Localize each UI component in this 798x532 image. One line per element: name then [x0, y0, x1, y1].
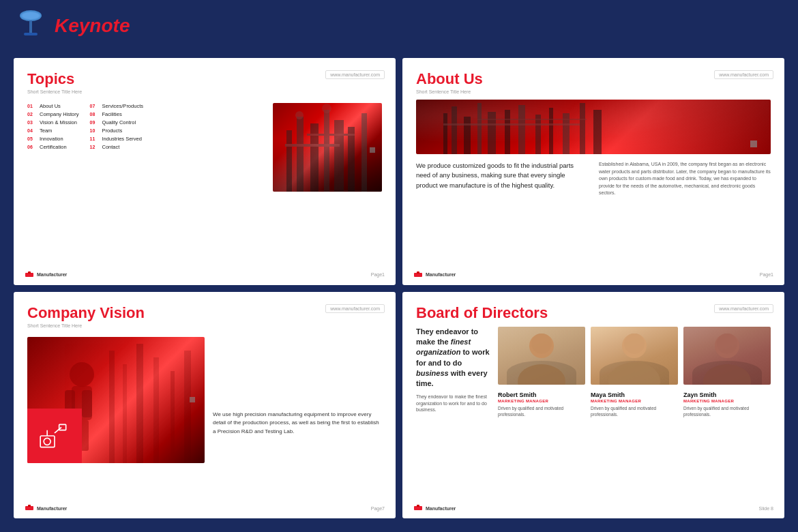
slide1-url: www.manufacturer.com	[325, 70, 385, 79]
svg-rect-34	[417, 271, 419, 274]
keynote-logo-icon	[14, 9, 48, 43]
bod-highlight1: finest organization	[416, 338, 471, 356]
bod-desc-3: Driven by qualified and motivated profes…	[683, 405, 771, 417]
svg-point-54	[529, 334, 554, 358]
slide-topics: Topics Short Sentence Title Here www.man…	[14, 58, 396, 285]
image-marker	[750, 141, 757, 147]
list-item: 12Contact	[90, 144, 143, 150]
svg-rect-20	[452, 106, 457, 154]
svg-rect-3	[24, 33, 38, 35]
footer-brand: Manufacturer	[413, 270, 456, 280]
footer-brand: Manufacturer	[413, 503, 456, 513]
slide1-page: Page1	[371, 272, 385, 277]
svg-point-55	[518, 364, 565, 385]
list-item: 01About Us	[27, 103, 79, 109]
svg-rect-41	[109, 351, 115, 463]
svg-rect-11	[361, 113, 367, 192]
image-marker	[370, 147, 375, 153]
slide-board: Board of Directors www.manufacturer.com …	[402, 292, 784, 519]
vision-body: We use high precision manufacturing equi…	[27, 337, 382, 511]
topics-col-left: 01About Us 02Company History 03Vision & …	[27, 103, 79, 150]
slide1-subtitle: Short Sentence Title Here	[27, 89, 382, 94]
list-item: 10Products	[90, 128, 143, 134]
svg-rect-9	[334, 120, 344, 192]
svg-rect-44	[153, 357, 159, 463]
svg-rect-5	[286, 130, 292, 192]
bod-role-2: Marketing Manager	[591, 399, 678, 403]
person-silhouette-1	[498, 327, 585, 385]
bod-member-maya: Maya Smith Marketing Manager Driven by q…	[591, 391, 678, 417]
bod-photo-maya	[591, 327, 678, 385]
bod-quote: They endeavor to make the finest organiz…	[416, 327, 491, 511]
svg-point-15	[322, 104, 331, 113]
vision-overlay	[27, 409, 82, 463]
bod-info: Robert Smith Marketing Manager Driven by…	[498, 391, 771, 417]
svg-rect-30	[593, 110, 602, 154]
slide4-page: Slide 8	[759, 506, 773, 511]
footer-brand: Manufacturer	[25, 503, 67, 513]
bod-name-3: Zayn Smith	[683, 391, 771, 398]
svg-rect-61	[417, 505, 419, 507]
brand-icon	[25, 270, 34, 280]
slide2-page: Page1	[760, 272, 773, 277]
svg-rect-21	[464, 117, 471, 154]
slides-grid: Topics Short Sentence Title Here www.man…	[0, 51, 798, 532]
svg-rect-45	[171, 371, 175, 463]
svg-rect-43	[136, 344, 143, 463]
topics-content: 01About Us 02Company History 03Vision & …	[27, 103, 382, 277]
bod-highlight2: business	[416, 369, 449, 377]
slide3-subtitle: Short Sentence Title Here	[27, 323, 382, 328]
bod-role-1: Marketing Manager	[498, 399, 585, 403]
svg-point-14	[295, 111, 304, 119]
svg-point-57	[608, 362, 660, 385]
svg-point-56	[622, 334, 647, 358]
app-logo-text: Keynote	[55, 15, 130, 37]
list-item: 08Facilities	[90, 111, 143, 117]
svg-rect-2	[29, 20, 32, 33]
svg-rect-27	[549, 108, 553, 154]
svg-rect-26	[535, 115, 541, 154]
brand-icon	[413, 270, 423, 280]
bod-quote-sub: They endeavor to make the finest organiz…	[416, 394, 491, 413]
svg-rect-53	[28, 505, 31, 507]
list-item: 05Innovation	[27, 136, 79, 142]
brand-icon	[25, 503, 34, 513]
slide1-image	[273, 103, 382, 192]
slide-vision: Company Vision Short Sentence Title Here…	[14, 292, 396, 519]
slide2-footer: Manufacturer Page1	[402, 270, 784, 280]
bod-photos	[498, 327, 771, 385]
svg-rect-25	[518, 105, 525, 154]
svg-rect-23	[488, 112, 496, 154]
list-item: 11Industries Served	[90, 136, 143, 142]
app-header: Keynote	[0, 0, 798, 51]
bod-name-2: Maya Smith	[591, 391, 678, 398]
bod-role-3: Marketing Manager	[683, 399, 771, 403]
svg-rect-6	[297, 117, 304, 192]
slide4-url: www.manufacturer.com	[714, 304, 773, 313]
svg-rect-24	[505, 110, 510, 154]
slide-about: About Us Short Sentence Title Here www.m…	[402, 58, 784, 285]
machine-icon	[38, 419, 72, 453]
slide3-footer: Manufacturer Page7	[14, 503, 396, 513]
svg-rect-50	[59, 424, 66, 430]
bod-photo-robert	[498, 327, 585, 385]
svg-point-59	[703, 364, 751, 385]
svg-rect-29	[580, 103, 585, 154]
svg-rect-22	[477, 103, 482, 154]
svg-rect-13	[307, 134, 355, 136]
bod-intro: They endeavor to make the finest organiz…	[416, 327, 771, 511]
svg-rect-32	[477, 119, 587, 120]
svg-rect-38	[82, 390, 92, 417]
about-right-text: Established in Alabama, USA in 2009, the…	[599, 161, 771, 277]
topics-col-right: 07Services/Products 08Facilities 09Quali…	[90, 103, 143, 150]
about-left-text: We produce customized goods to fit the i…	[416, 161, 588, 277]
bod-members: Robert Smith Marketing Manager Driven by…	[498, 327, 771, 511]
about-body: We produce customized goods to fit the i…	[416, 161, 771, 277]
person-silhouette-3	[683, 327, 771, 385]
list-item: 09Quality Control	[90, 119, 143, 125]
bod-member-zayn: Zayn Smith Marketing Manager Driven by q…	[683, 391, 771, 417]
bod-member-robert: Robert Smith Marketing Manager Driven by…	[498, 391, 585, 417]
topics-list: 01About Us 02Company History 03Vision & …	[27, 103, 266, 277]
list-item: 03Vision & Mission	[27, 119, 79, 125]
svg-rect-47	[40, 436, 55, 447]
